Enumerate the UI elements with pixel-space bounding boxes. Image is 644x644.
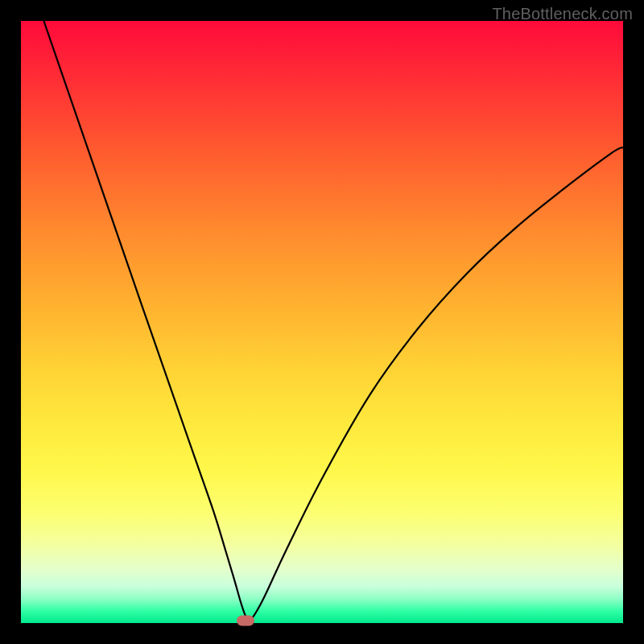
chart-frame: TheBottleneck.com	[0, 0, 644, 644]
bottleneck-curve	[21, 21, 623, 623]
watermark-text: TheBottleneck.com	[492, 5, 633, 23]
curve-path	[43, 21, 623, 621]
curve-minimum-marker	[237, 616, 254, 626]
